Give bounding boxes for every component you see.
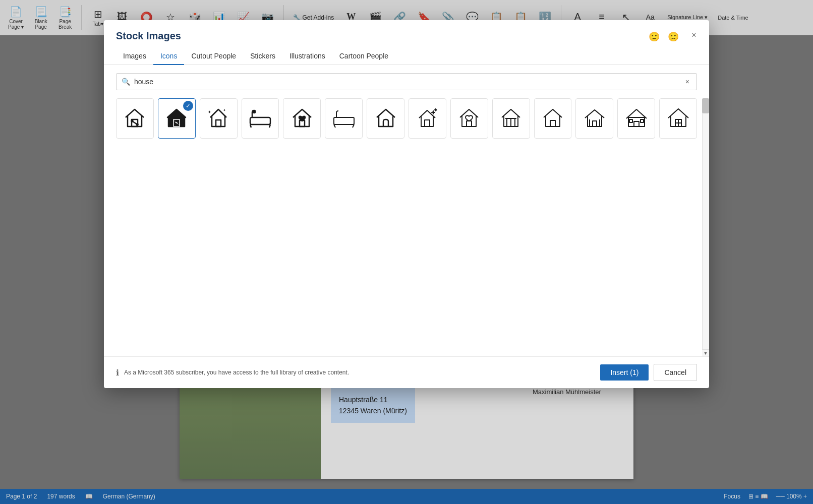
dialog-title: Stock Images	[116, 30, 697, 42]
svg-rect-33	[634, 121, 639, 127]
svg-rect-21	[425, 120, 430, 127]
search-box: 🔍 ×	[116, 73, 697, 90]
selection-check-badge: ✓	[183, 101, 193, 111]
icons-grid: ✓ ✦ ✦	[104, 98, 709, 356]
tab-stickers[interactable]: Stickers	[243, 48, 282, 65]
dialog-header: Stock Images 🙂 🙁 ×	[104, 20, 709, 42]
feedback-dislike-button[interactable]: 🙁	[666, 30, 681, 43]
svg-rect-34	[629, 119, 632, 122]
icon-house-modern[interactable]	[617, 98, 655, 139]
feedback-like-button[interactable]: 🙂	[647, 30, 662, 43]
icon-house-simple[interactable]	[534, 98, 572, 139]
icon-house-sparkle[interactable]: ✦ ✦ ·	[200, 98, 238, 139]
insert-button[interactable]: Insert (1)	[600, 364, 649, 381]
svg-marker-4	[167, 109, 186, 127]
tab-icons[interactable]: Icons	[153, 48, 184, 65]
icon-house-sparkle2[interactable]	[409, 98, 446, 139]
svg-rect-9	[216, 120, 221, 127]
scroll-track: ▲ ▼	[702, 98, 709, 356]
svg-rect-18	[334, 117, 354, 124]
footer-info-icon: ℹ	[116, 368, 119, 377]
icon-house-heart2[interactable]	[450, 98, 488, 139]
feedback-buttons: 🙂 🙁	[647, 30, 681, 43]
stock-images-dialog: Stock Images 🙂 🙁 × Images Icons Cutout P…	[104, 20, 709, 388]
svg-point-3	[137, 124, 138, 125]
svg-point-16	[253, 111, 255, 113]
scroll-thumb[interactable]	[702, 98, 709, 113]
icon-bath-outline[interactable]	[325, 98, 363, 139]
dialog-footer: ℹ As a Microsoft 365 subscriber, you hav…	[104, 356, 709, 388]
icons-row: ✓ ✦ ✦	[116, 98, 697, 139]
footer-info-text: As a Microsoft 365 subscriber, you have …	[124, 369, 595, 376]
icon-house-door[interactable]	[367, 98, 404, 139]
search-area: 🔍 ×	[104, 65, 709, 98]
svg-rect-22	[467, 121, 472, 127]
icon-house-percent[interactable]	[116, 98, 154, 139]
icon-house-percent-selected[interactable]: ✓	[158, 98, 196, 139]
tab-illustrations[interactable]: Illustrations	[282, 48, 332, 65]
svg-text:✦: ✦	[223, 108, 226, 112]
dialog-tabs: Images Icons Cutout People Stickers Illu…	[104, 48, 709, 65]
modal-overlay: Stock Images 🙂 🙁 × Images Icons Cutout P…	[0, 0, 813, 504]
search-clear-button[interactable]: ×	[683, 77, 691, 87]
cancel-button[interactable]: Cancel	[654, 364, 697, 381]
svg-text:✦: ✦	[208, 110, 211, 114]
icon-house-heart[interactable]	[283, 98, 321, 139]
tab-images[interactable]: Images	[116, 48, 153, 65]
svg-rect-13	[250, 117, 270, 124]
svg-rect-29	[593, 121, 597, 127]
icon-house-grid[interactable]	[659, 98, 697, 139]
svg-point-2	[132, 120, 133, 122]
tab-cartoon-people[interactable]: Cartoon People	[332, 48, 395, 65]
icon-house-outline[interactable]	[575, 98, 613, 139]
svg-rect-35	[641, 119, 644, 122]
icon-house-column[interactable]	[492, 98, 530, 139]
search-icon: 🔍	[122, 78, 130, 86]
dialog-close-button[interactable]: ×	[687, 28, 701, 42]
scroll-down-button[interactable]: ▼	[702, 349, 709, 356]
icon-bathtub[interactable]	[242, 98, 279, 139]
tab-cutout-people[interactable]: Cutout People	[184, 48, 243, 65]
search-input[interactable]	[134, 78, 679, 86]
svg-rect-28	[550, 120, 555, 127]
